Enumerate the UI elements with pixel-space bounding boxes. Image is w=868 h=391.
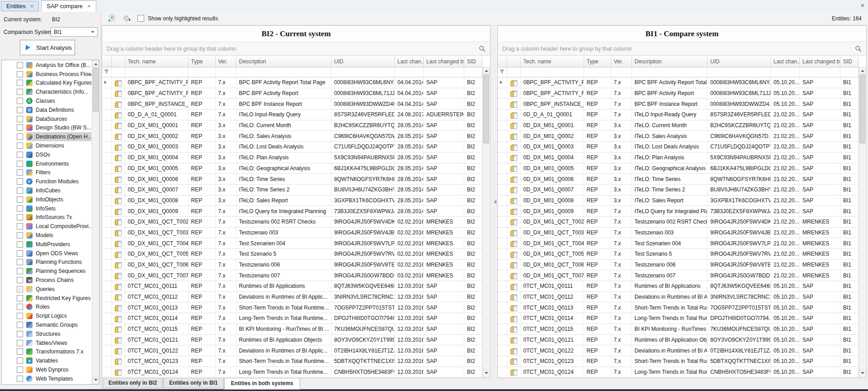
table-row[interactable]: 0D_DX_M01_Q0008REP3.xITeLO: Sales Report… [498, 195, 859, 206]
table-row[interactable]: 0TCT_MC01_Q0114REP7.xLong-Term Trends in… [102, 313, 482, 324]
panel-splitter[interactable] [491, 25, 497, 378]
table-row[interactable]: 0TCT_MC01_Q0115REP7.xBI KPI Monitoring -… [498, 324, 859, 334]
table-row[interactable]: 0TCT_MC01_Q0113REP7.xShort-Term Trends i… [498, 302, 859, 313]
table-row[interactable]: 0D_DX_M01_Q0001REP3.xITeLO: Current Mont… [102, 120, 482, 131]
checkbox-web-templates[interactable] [17, 376, 23, 382]
sidebar-item-web-templates[interactable]: Web Templates [2, 374, 91, 383]
sidebar-item-environments[interactable]: Environments [2, 159, 91, 168]
checkbox-tables-views[interactable] [17, 340, 23, 346]
checkbox-variables[interactable] [17, 358, 23, 364]
checkbox-datasources[interactable] [17, 116, 23, 122]
checkbox-infocubes[interactable] [17, 187, 23, 194]
checkbox-planning-functions[interactable] [17, 259, 23, 265]
table-row[interactable]: 0TCT_MC01_Q0121REP7.xRuntimes of BI Appl… [498, 334, 859, 345]
table-row[interactable]: 0D_DX_M01_Q0006REP3.xITeLO: Time Series8… [498, 174, 859, 185]
table-row[interactable]: 0D_DX_M01_QCT_T006REP7.xTestszenario 006… [102, 259, 482, 270]
sidebar-item-queries[interactable]: ✓Queries [2, 285, 91, 294]
close-icon[interactable]: × [87, 3, 91, 9]
filter-cell[interactable] [632, 67, 708, 77]
checkbox-transformations-7-x[interactable] [17, 348, 23, 355]
comparison-system-select[interactable]: BI1 [51, 27, 98, 37]
filter-cell[interactable] [584, 67, 611, 77]
checkbox-dimensions[interactable] [17, 143, 23, 149]
filter-cell[interactable] [840, 67, 859, 77]
table-row[interactable]: 0D_DX_M01_QCT_T005REP7.xTest Szenario 59… [102, 249, 482, 260]
table-row[interactable]: 0D_DX_M01_Q0002REP3.xITeLO: Sales Analys… [102, 131, 482, 142]
filter-cell[interactable] [800, 67, 840, 77]
scroll-up-icon[interactable] [859, 67, 866, 74]
sidebar-item-characteristics-info[interactable]: Characteristics (Info... [2, 87, 91, 96]
sidebar-item-models[interactable]: Models [2, 231, 91, 240]
sidebar-item-infosets[interactable]: InfoSets [2, 204, 91, 213]
table-row[interactable]: 0BPC_BPF_INSTANCE_REPREP7.xBPC BPF Insta… [102, 99, 482, 110]
tab-entities-only-bi2[interactable]: Entities only in BI2 [103, 378, 163, 388]
sidebar-item-planning-functions[interactable]: Planning Functions [2, 258, 91, 267]
sidebar-item-business-process-flows[interactable]: Business Process Flows [2, 70, 91, 79]
column-header-type[interactable]: Type [188, 56, 215, 67]
search-icon[interactable] [479, 45, 486, 52]
sidebar-item-analysis-for-office-b[interactable]: Analysis for Office (B... [2, 61, 91, 70]
column-header-ver[interactable]: Ver. [215, 56, 236, 67]
table-row[interactable]: 0D_DX_M01_QCT_T004REP7.xTest Szenarien 0… [498, 238, 859, 249]
table-row[interactable]: 0D_DX_M01_Q0004REP3.xITeLO: Plan Analysi… [102, 152, 482, 163]
scrollbar-thumb[interactable] [483, 75, 489, 143]
checkbox-web-dynpros[interactable] [17, 367, 23, 373]
column-header-sid[interactable]: SID [464, 56, 482, 67]
sidebar-item-infocubes[interactable]: InfoCubes [2, 186, 91, 195]
checkbox-environments[interactable] [17, 161, 23, 167]
column-header-type[interactable]: Type [584, 56, 611, 67]
table-row[interactable]: 0TCT_MC01_Q0112REP7.xDeviations in Runti… [498, 291, 859, 302]
column-header-tech-name[interactable]: Tech. name [125, 56, 188, 67]
sidebar-item-web-dynpros[interactable]: Web Dynpros [2, 365, 91, 374]
column-header-last-chan[interactable]: Last chan... [395, 56, 424, 67]
close-icon[interactable]: × [30, 3, 34, 9]
table-row[interactable]: 0TCT_MC01_Q0122REP7.xDeviations in Runti… [498, 345, 859, 356]
tab-entities[interactable]: Entities × [1, 1, 39, 11]
table-row[interactable]: 0D_D_A_01_Q0001REP7.xITeLO Input-Ready Q… [498, 110, 859, 120]
table-row[interactable]: 0D_DX_M01_Q0002REP3.xITeLO: Sales Analys… [498, 131, 859, 142]
table-row[interactable]: 0D_DX_M01_QCT_T003REP7.xTestszenaio 0039… [498, 227, 859, 238]
column-header-description[interactable]: Description [236, 56, 331, 67]
scroll-down-icon[interactable] [483, 370, 490, 377]
checkbox-function-modules[interactable] [17, 178, 23, 185]
sidebar-item-infoobjects[interactable]: InfoObjects [2, 195, 91, 204]
sidebar-item-structures[interactable]: Structures [2, 329, 91, 339]
checkbox-planning-sequences[interactable] [17, 268, 23, 274]
filter-cell[interactable] [424, 67, 464, 77]
checkbox-analysis-for-office-b[interactable] [17, 62, 23, 68]
table-row[interactable]: 0D_DX_M01_Q0009REP7.xITeLO Query for Int… [102, 206, 482, 217]
checkbox-process-chains[interactable] [17, 277, 23, 283]
grid-scrollbar[interactable] [482, 67, 490, 377]
table-row[interactable]: 0D_DX_M01_QCT_T007REP7.xTestszenario 007… [498, 270, 859, 281]
filter-cell[interactable] [708, 67, 771, 77]
checkbox-multiproviders[interactable] [17, 241, 23, 248]
filter-cell[interactable] [611, 67, 632, 77]
expand-row-icon[interactable] [104, 81, 108, 84]
table-row[interactable]: 0BPC_BPF_ACTIVITY_P...REP7.xBPC BPF Acti… [498, 77, 859, 88]
sidebar-item-transformations-7-x[interactable]: Transformations 7.x [2, 348, 91, 357]
table-row[interactable]: 0D_DX_M01_Q0004REP3.xITeLO: Plan Analysi… [498, 152, 859, 163]
checkbox-destinations-open-h[interactable] [17, 134, 23, 140]
sidebar-item-restricted-key-figures[interactable]: Restricted Key Figures [2, 294, 91, 303]
expand-row-icon[interactable] [500, 81, 504, 84]
checkbox-local-compositeprovi[interactable] [17, 223, 23, 229]
table-row[interactable]: 0TCT_MC01_Q0111REP7.xRuntimes of BI Appl… [498, 281, 859, 292]
checkbox-infosources-7x[interactable] [17, 214, 23, 220]
column-header-tech-name[interactable]: Tech. name [520, 56, 584, 67]
table-row[interactable]: 0D_DX_M01_Q0007REP3.xITeLO: Time Series … [102, 184, 482, 195]
table-row[interactable]: 0BPC_BPF_ACTIVITY_REPREP7.xBPC BPF Activ… [498, 88, 859, 99]
table-row[interactable]: 0TCT_MC01_Q0124REP7.xLong-Term Trends in… [498, 367, 859, 377]
scrollbar-thumb[interactable] [859, 75, 865, 143]
scroll-down-icon[interactable] [92, 377, 99, 384]
checkbox-models[interactable] [17, 232, 23, 238]
checkbox-characteristics-info[interactable] [17, 89, 23, 95]
filter-cell[interactable] [215, 67, 236, 77]
table-row[interactable]: 0D_DX_M01_QCT_T002REP7.xTestszenario 002… [102, 216, 482, 227]
checkbox-design-studio-bw-s[interactable] [17, 124, 23, 131]
table-row[interactable]: 0BPC_BPF_INSTANCE_...REP7.xBPC BPF Insta… [498, 99, 859, 110]
table-row[interactable]: 0D_DX_M01_QCT_T005REP7.xTest Szenario 59… [498, 249, 859, 260]
start-analysis-button[interactable]: Start Analysis [20, 40, 75, 55]
show-only-highlighted-checkbox[interactable] [137, 15, 144, 22]
table-row[interactable]: 0D_D_A_01_Q0001REP7.xITeLO Input-Ready Q… [102, 110, 482, 120]
filter-cell[interactable] [125, 67, 188, 77]
